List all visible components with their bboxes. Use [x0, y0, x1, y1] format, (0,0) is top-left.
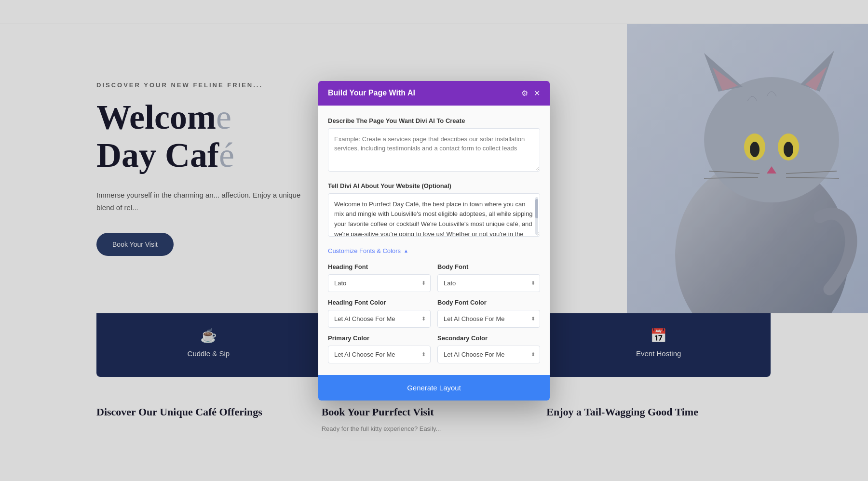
secondary-color-select-wrapper: Let AI Choose For Me Custom Color ⬍: [437, 346, 540, 363]
primary-color-select[interactable]: Let AI Choose For Me Custom Color: [328, 346, 431, 363]
secondary-color-select[interactable]: Let AI Choose For Me Custom Color: [437, 346, 540, 363]
customize-toggle[interactable]: Customize Fonts & Colors ▲: [328, 247, 540, 254]
body-font-label: Body Font: [437, 263, 540, 270]
heading-color-select-wrapper: Let AI Choose For Me Custom Color ⬍: [328, 310, 431, 328]
description-textarea[interactable]: [328, 128, 540, 172]
website-info-label: Tell Divi AI About Your Website (Optiona…: [328, 182, 540, 189]
ai-builder-modal: Build Your Page With AI ⚙ ✕ Describe The…: [318, 81, 550, 401]
heading-font-group: Heading Font Lato Open Sans Roboto Monts…: [328, 263, 431, 292]
secondary-color-label: Secondary Color: [437, 334, 540, 342]
body-color-select-wrapper: Let AI Choose For Me Custom Color ⬍: [437, 310, 540, 328]
primary-color-select-wrapper: Let AI Choose For Me Custom Color ⬍: [328, 346, 431, 363]
generate-layout-button[interactable]: Generate Layout: [318, 375, 550, 401]
body-font-select-wrapper: Lato Open Sans Roboto Montserrat ⬍: [437, 274, 540, 292]
primary-color-label: Primary Color: [328, 334, 431, 342]
website-info-textarea[interactable]: Welcome to Purrfect Day Café, the best p…: [328, 193, 540, 237]
body-color-label: Body Font Color: [437, 299, 540, 306]
description-label: Describe The Page You Want Divi AI To Cr…: [328, 117, 540, 124]
website-info-group: Tell Divi AI About Your Website (Optiona…: [328, 182, 540, 239]
toggle-arrow-icon: ▲: [404, 248, 408, 254]
modal-body: Describe The Page You Want Divi AI To Cr…: [318, 106, 550, 375]
customize-toggle-label: Customize Fonts & Colors: [328, 247, 401, 254]
body-font-select[interactable]: Lato Open Sans Roboto Montserrat: [437, 274, 540, 292]
description-group: Describe The Page You Want Divi AI To Cr…: [328, 117, 540, 174]
modal-footer: Generate Layout: [318, 375, 550, 401]
heading-font-select[interactable]: Lato Open Sans Roboto Montserrat: [328, 274, 431, 292]
secondary-color-group: Secondary Color Let AI Choose For Me Cus…: [437, 334, 540, 363]
heading-font-select-wrapper: Lato Open Sans Roboto Montserrat ⬍: [328, 274, 431, 292]
fonts-colors-grid: Heading Font Lato Open Sans Roboto Monts…: [328, 263, 540, 363]
scrollbar[interactable]: [535, 197, 538, 235]
modal-header-icons: ⚙ ✕: [521, 89, 540, 98]
heading-color-group: Heading Font Color Let AI Choose For Me …: [328, 299, 431, 328]
close-icon[interactable]: ✕: [534, 89, 540, 98]
heading-color-select[interactable]: Let AI Choose For Me Custom Color: [328, 310, 431, 328]
modal-header: Build Your Page With AI ⚙ ✕: [318, 81, 550, 106]
heading-color-label: Heading Font Color: [328, 299, 431, 306]
heading-font-label: Heading Font: [328, 263, 431, 270]
body-color-group: Body Font Color Let AI Choose For Me Cus…: [437, 299, 540, 328]
primary-color-group: Primary Color Let AI Choose For Me Custo…: [328, 334, 431, 363]
settings-icon[interactable]: ⚙: [521, 89, 528, 98]
body-font-group: Body Font Lato Open Sans Roboto Montserr…: [437, 263, 540, 292]
modal-title: Build Your Page With AI: [328, 89, 415, 97]
modal-overlay[interactable]: Build Your Page With AI ⚙ ✕ Describe The…: [0, 0, 868, 481]
body-color-select[interactable]: Let AI Choose For Me Custom Color: [437, 310, 540, 328]
